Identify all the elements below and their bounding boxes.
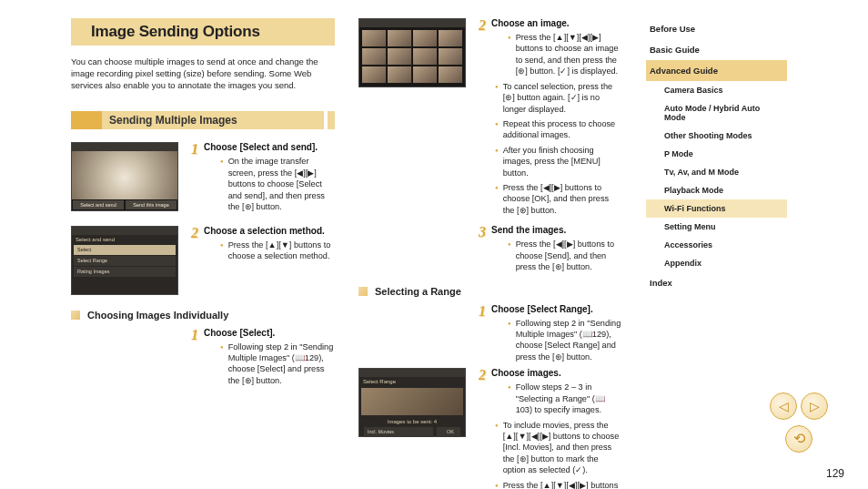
step-title: Choose images. [479, 368, 622, 378]
step-title: Choose [Select and send]. [191, 142, 335, 152]
screenshot-select-menu: Select and send Select Select Range Rati… [71, 226, 178, 295]
step-title: Send the images. [479, 225, 622, 235]
step-title: Choose a selection method. [191, 226, 335, 236]
page-title: Image Sending Options [71, 18, 335, 46]
bullet: Follow steps 2 – 3 in "Selecting a Range… [491, 382, 622, 415]
subsection-choosing-individually: Choosing Images Individually [71, 310, 335, 321]
prev-page-button[interactable]: ◁ [770, 392, 797, 420]
nav-wifi-functions[interactable]: Wi-Fi Functions [646, 199, 787, 218]
nav-basic-guide[interactable]: Basic Guide [646, 39, 787, 60]
nav-tv-av-m[interactable]: Tv, Av, and M Mode [646, 163, 787, 181]
step-number: 1 [479, 304, 486, 319]
bullet: Following step 2 in "Sending Multiple Im… [491, 318, 622, 363]
nav-setting-menu[interactable]: Setting Menu [646, 218, 787, 236]
bullet: Press the [▲][▼] buttons to choose a sel… [204, 239, 335, 262]
step-number: 2 [479, 18, 486, 33]
section-sending-multiple: Sending Multiple Images [71, 111, 335, 129]
step-number: 2 [191, 226, 198, 240]
page-nav-buttons: ◁▷ ⟲ [768, 391, 830, 456]
bullet: To cancel selection, press the [⊛] butto… [479, 81, 622, 115]
screenshot-select-range: Select Range Images to be sent: 4 Incl. … [358, 368, 466, 437]
bullet: Press the [◀][▶] buttons to choose [OK],… [479, 182, 622, 216]
bullet: On the image transfer screen, press the … [204, 156, 335, 212]
subsection-selecting-range: Selecting a Range [358, 286, 622, 297]
return-button[interactable]: ⟲ [785, 425, 812, 453]
bullet: Repeat this process to choose additional… [479, 118, 622, 141]
bullet: To include movies, press the [▲][▼][◀][▶… [479, 420, 622, 476]
bullet: Press the [◀][▶] buttons to choose [Send… [491, 239, 622, 272]
toc-sidebar: Before Use Basic Guide Advanced Guide Ca… [646, 18, 787, 293]
screenshot-thumbnails [358, 18, 466, 87]
intro-text: You can choose multiple images to send a… [71, 56, 335, 91]
nav-other-shooting[interactable]: Other Shooting Modes [646, 127, 787, 145]
nav-camera-basics[interactable]: Camera Basics [646, 81, 787, 99]
nav-advanced-guide[interactable]: Advanced Guide [646, 60, 787, 81]
next-page-button[interactable]: ▷ [801, 392, 828, 420]
step-title: Choose [Select]. [191, 328, 335, 338]
step-title: Choose [Select Range]. [479, 304, 622, 314]
nav-playback[interactable]: Playback Mode [646, 181, 787, 199]
step-number: 2 [479, 368, 486, 382]
nav-appendix[interactable]: Appendix [646, 254, 787, 272]
nav-p-mode[interactable]: P Mode [646, 145, 787, 163]
nav-before-use[interactable]: Before Use [646, 18, 787, 39]
nav-index[interactable]: Index [646, 272, 787, 293]
step-number: 3 [479, 225, 486, 239]
nav-auto-mode[interactable]: Auto Mode / Hybrid Auto Mode [646, 99, 787, 127]
nav-accessories[interactable]: Accessories [646, 236, 787, 254]
bullet: Press the [▲][▼][◀][▶] buttons to choose… [479, 480, 622, 489]
bullet: Press the [▲][▼][◀][▶] buttons to choose… [491, 32, 622, 77]
page-number: 129 [826, 467, 844, 480]
step-number: 1 [191, 328, 198, 342]
bullet: After you finish choosing images, press … [479, 145, 622, 178]
step-number: 1 [191, 142, 198, 157]
bullet: Following step 2 in "Sending Multiple Im… [204, 341, 335, 387]
step-title: Choose an image. [479, 18, 622, 28]
screenshot-transfer-screen: Select and send Send this image [71, 142, 178, 211]
